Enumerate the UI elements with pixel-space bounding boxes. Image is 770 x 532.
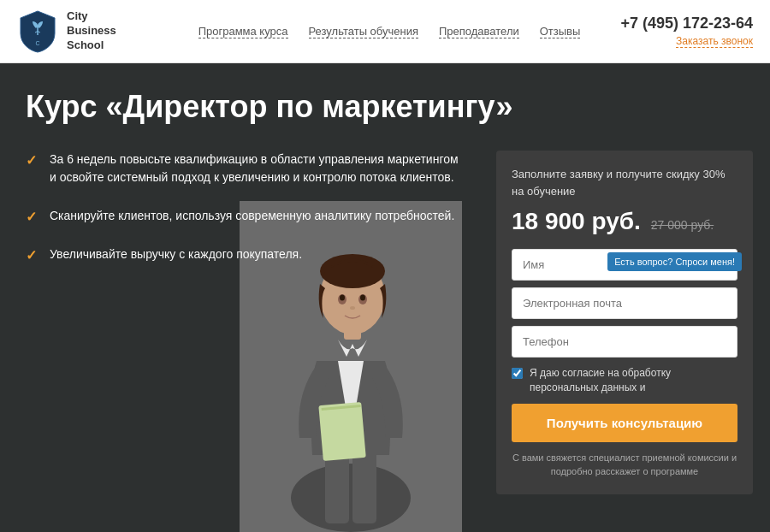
hero-right: Заполните заявку и получите скидку 30% н… <box>488 133 770 532</box>
contact-area: +7 (495) 172-23-64 Заказать звонок <box>616 15 753 48</box>
price-current: 18 900 руб. <box>512 208 641 235</box>
callback-link[interactable]: Заказать звонок <box>676 35 753 48</box>
consent-checkbox[interactable] <box>512 368 523 379</box>
phone-number: +7 (495) 172-23-64 <box>616 15 753 33</box>
nav-item-reviews[interactable]: Отзывы <box>540 25 581 38</box>
hero-content: За 6 недель повысьте квалификацию в обла… <box>0 133 770 532</box>
form-card: Заполните заявку и получите скидку 30% н… <box>496 151 753 494</box>
price-row: 18 900 руб. 27 000 руб. <box>512 208 737 235</box>
hero-left: За 6 недель повысьте квалификацию в обла… <box>0 133 488 532</box>
bullet-list: За 6 недель повысьте квалификацию в обла… <box>26 151 462 263</box>
bullet-item-1: За 6 недель повысьте квалификацию в обла… <box>26 151 462 186</box>
bullet-item-2: Сканируйте клиентов, используя современн… <box>26 207 462 225</box>
nav-item-program[interactable]: Программа курса <box>198 25 288 38</box>
logo-icon: C <box>17 9 58 54</box>
phone-input[interactable] <box>512 326 737 358</box>
nav: Программа курса Результаты обучения Преп… <box>163 25 616 38</box>
form-promo-text: Заполните заявку и получите скидку 30% н… <box>512 166 737 199</box>
bullet-item-3: Увеличивайте выручку с каждого покупател… <box>26 245 462 263</box>
logo-area: C City Business School <box>17 9 163 54</box>
email-input[interactable] <box>512 287 737 319</box>
chat-bubble[interactable]: Есть вопрос? Спроси меня! <box>607 252 742 271</box>
form-fields: Есть вопрос? Спроси меня! <box>512 249 737 358</box>
header: C City Business School Программа курса Р… <box>0 0 770 63</box>
form-note: С вами свяжется специалист приемной коми… <box>512 451 737 479</box>
svg-text:C: C <box>35 40 39 46</box>
nav-item-teachers[interactable]: Преподаватели <box>439 25 519 38</box>
hero-section: Курс «Директор по маркетингу» За 6 недел… <box>0 63 770 532</box>
consent-row: Я даю согласие на обработку персональных… <box>512 366 737 395</box>
consent-label[interactable]: Я даю согласие на обработку персональных… <box>530 366 737 395</box>
nav-item-results[interactable]: Результаты обучения <box>309 25 418 38</box>
price-old: 27 000 руб. <box>651 218 714 232</box>
submit-button[interactable]: Получить консультацию <box>512 404 737 442</box>
logo-text: City Business School <box>67 9 116 53</box>
hero-title: Курс «Директор по маркетингу» <box>0 63 770 133</box>
